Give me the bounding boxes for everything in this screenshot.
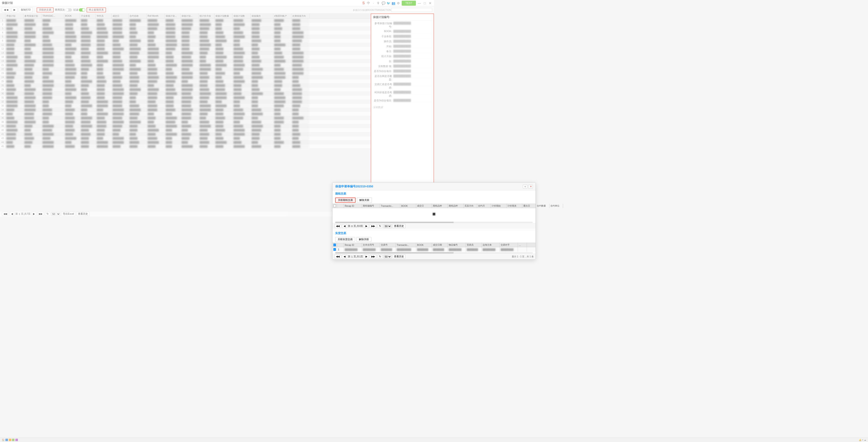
futures-toolbar: 关联期纸交易 解除关联 [333, 197, 434, 204]
futures-num-header [337, 204, 344, 208]
modal-header: 保值申请单编号202310-0350 ○ ✕ [333, 183, 434, 191]
futures-select-all[interactable] [333, 205, 336, 207]
remove-futures-button[interactable]: 解除关联 [357, 198, 372, 203]
futures-no-header: 期纸编编号 [362, 204, 380, 208]
futures-table-header: Recap ID 期纸编编号 Transactio... BOOK 成交日 期纸… [333, 204, 434, 208]
futures-table-body: ⬛ [333, 208, 434, 221]
futures-book-header: BOOK [400, 204, 416, 208]
futures-trans-header: Transactio... [380, 204, 400, 208]
futures-checkbox-header [333, 204, 337, 208]
associate-futures-button[interactable]: 关联期纸交易 [335, 198, 355, 203]
modal-overlay: 保值申请单编号202310-0350 ○ ✕ 期纸交易 关联期纸交易 解除关联 … [0, 0, 434, 221]
futures-date-header: 成交日 [416, 204, 432, 208]
futures-empty: ⬛ [333, 208, 434, 220]
futures-empty-icon: ⬛ [432, 213, 434, 215]
futures-recap-header: Recap ID [344, 204, 362, 208]
futures-section: 期纸交易 关联期纸交易 解除关联 Recap ID 期纸编编号 Transact… [333, 191, 434, 221]
modal-title: 保值申请单编号202310-0350 [335, 184, 373, 189]
modal: 保值申请单编号202310-0350 ○ ✕ 期纸交易 关联期纸交易 解除关联 … [332, 182, 434, 221]
futures-section-title: 期纸交易 [333, 191, 434, 197]
futures-type1-header: 期纸品种 [432, 204, 434, 208]
